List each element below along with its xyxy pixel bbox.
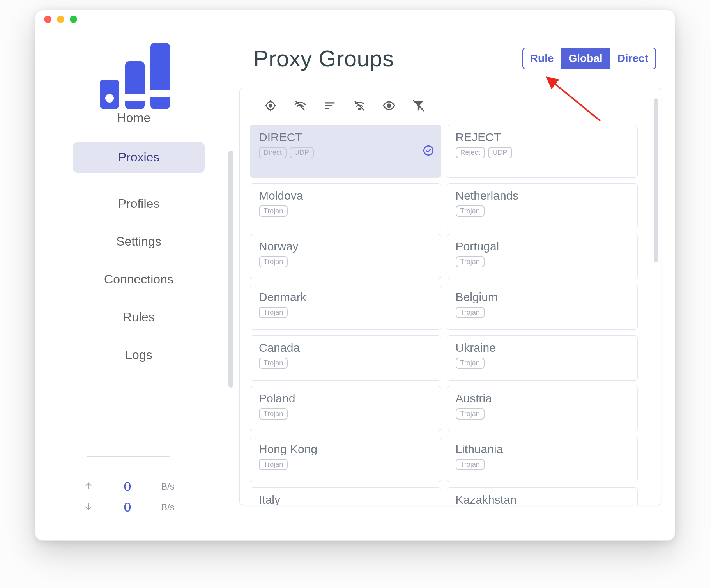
proxy-name: REJECT: [456, 131, 629, 144]
proxy-name: Portugal: [456, 240, 629, 253]
proxy-badges: Trojan: [456, 307, 629, 318]
proxy-card[interactable]: LithuaniaTrojan: [447, 437, 638, 482]
filter-off-icon[interactable]: [412, 99, 425, 112]
mode-switch: RuleGlobalDirect: [522, 48, 656, 69]
proxy-badge: Trojan: [456, 256, 485, 267]
proxy-grid: DIRECTDirectUDPREJECTRejectUDPMoldovaTro…: [240, 119, 661, 505]
proxy-badges: DirectUDP: [259, 147, 432, 158]
proxy-card[interactable]: MoldovaTrojan: [250, 183, 441, 228]
proxy-card[interactable]: REJECTRejectUDP: [447, 125, 638, 178]
proxy-card[interactable]: PolandTrojan: [250, 386, 441, 431]
svg-rect-1: [125, 61, 145, 109]
proxy-badges: Trojan: [456, 256, 629, 267]
speed-download-value: 0: [104, 499, 151, 515]
proxy-name: Austria: [456, 392, 629, 405]
proxy-badge: Trojan: [259, 408, 288, 420]
svg-rect-0: [150, 43, 170, 109]
speed-download: 0 B/s: [83, 499, 192, 515]
proxy-card[interactable]: BelgiumTrojan: [447, 285, 638, 330]
proxy-badge: Trojan: [456, 459, 485, 470]
proxy-badges: Trojan: [259, 307, 432, 318]
sidebar-item-profiles[interactable]: Profiles: [73, 197, 205, 211]
latency-icon[interactable]: [294, 99, 307, 112]
app-logo: [94, 40, 176, 114]
proxy-badge: Trojan: [259, 459, 288, 470]
proxy-name: Hong Kong: [259, 443, 432, 456]
proxy-card[interactable]: KazakhstanTrojan: [447, 487, 638, 505]
speed-download-unit: B/s: [161, 502, 175, 513]
sidebar-item-home[interactable]: Home: [35, 111, 232, 125]
proxy-badges: Trojan: [456, 358, 629, 369]
sidebar-item-proxies[interactable]: Proxies: [73, 142, 205, 173]
proxy-badges: Trojan: [456, 408, 629, 420]
proxy-badge: Trojan: [456, 307, 485, 318]
proxy-badge: Trojan: [456, 358, 485, 369]
proxy-badges: Trojan: [456, 459, 629, 470]
proxy-card[interactable]: DenmarkTrojan: [250, 285, 441, 330]
proxy-badge: Trojan: [456, 205, 485, 217]
no-connection-icon[interactable]: [353, 99, 366, 112]
mode-global[interactable]: Global: [561, 48, 610, 69]
panel-scrollbar[interactable]: [654, 98, 658, 262]
proxy-name: DIRECT: [259, 131, 432, 144]
sidebar-item-rules[interactable]: Rules: [73, 310, 205, 324]
mode-direct[interactable]: Direct: [610, 48, 655, 69]
speed-upload: 0 B/s: [83, 479, 192, 494]
proxy-name: Denmark: [259, 290, 432, 304]
check-icon: [423, 145, 434, 158]
svg-point-5: [105, 94, 114, 103]
app-window: Home ProxiesProfilesSettingsConnectionsR…: [35, 10, 675, 541]
proxy-name: Netherlands: [456, 189, 629, 202]
panel-toolbar: [240, 88, 661, 119]
proxy-badge: Trojan: [259, 256, 288, 267]
proxy-name: Canada: [259, 341, 432, 354]
sidebar: Home ProxiesProfilesSettingsConnectionsR…: [35, 10, 232, 540]
proxy-card[interactable]: AustriaTrojan: [447, 386, 638, 431]
proxy-badge: Direct: [259, 147, 287, 158]
sidebar-item-settings[interactable]: Settings: [73, 234, 205, 249]
proxy-name: Moldova: [259, 189, 432, 202]
page-title: Proxy Groups: [253, 45, 394, 71]
sidebar-nav: ProxiesProfilesSettingsConnectionsRulesL…: [73, 142, 205, 362]
proxy-card[interactable]: NetherlandsTrojan: [447, 183, 638, 228]
speed-upload-value: 0: [104, 479, 151, 494]
proxy-name: Ukraine: [456, 341, 629, 354]
proxy-name: Italy: [259, 493, 432, 505]
proxy-badge: Reject: [456, 147, 485, 158]
proxy-badge: Trojan: [259, 358, 288, 369]
sidebar-item-connections[interactable]: Connections: [73, 272, 205, 287]
mode-rule[interactable]: Rule: [523, 48, 561, 69]
arrow-down-icon: [83, 501, 94, 514]
proxy-card[interactable]: ItalyTrojan: [250, 487, 441, 505]
header: Proxy Groups RuleGlobalDirect: [232, 10, 675, 71]
proxy-badges: Trojan: [456, 205, 629, 217]
proxy-badge: Trojan: [259, 205, 288, 217]
svg-rect-4: [123, 94, 147, 101]
speed-panel: 0 B/s 0 B/s: [83, 454, 192, 515]
sort-icon[interactable]: [323, 99, 336, 112]
proxy-card[interactable]: DIRECTDirectUDP: [250, 125, 441, 178]
svg-point-20: [387, 104, 391, 108]
svg-rect-3: [148, 90, 173, 97]
proxy-name: Norway: [259, 240, 432, 253]
proxy-card[interactable]: NorwayTrojan: [250, 234, 441, 279]
proxy-name: Kazakhstan: [456, 493, 629, 505]
proxy-card[interactable]: CanadaTrojan: [250, 335, 441, 381]
proxy-card[interactable]: PortugalTrojan: [447, 234, 638, 279]
svg-point-18: [359, 108, 360, 110]
proxy-badges: Trojan: [259, 205, 432, 217]
svg-point-22: [424, 146, 433, 155]
proxy-badge: UDP: [488, 147, 512, 158]
proxy-badges: Trojan: [259, 256, 432, 267]
sidebar-item-logs[interactable]: Logs: [73, 348, 205, 362]
proxy-card[interactable]: Hong KongTrojan: [250, 437, 441, 482]
svg-point-9: [269, 104, 272, 107]
proxy-badges: Trojan: [259, 459, 432, 470]
proxy-badges: Trojan: [259, 358, 432, 369]
eye-icon[interactable]: [382, 99, 396, 112]
arrow-up-icon: [83, 480, 94, 493]
proxy-badge: Trojan: [259, 307, 288, 318]
target-icon[interactable]: [264, 99, 277, 112]
proxy-badges: RejectUDP: [456, 147, 629, 158]
proxy-card[interactable]: UkraineTrojan: [447, 335, 638, 381]
